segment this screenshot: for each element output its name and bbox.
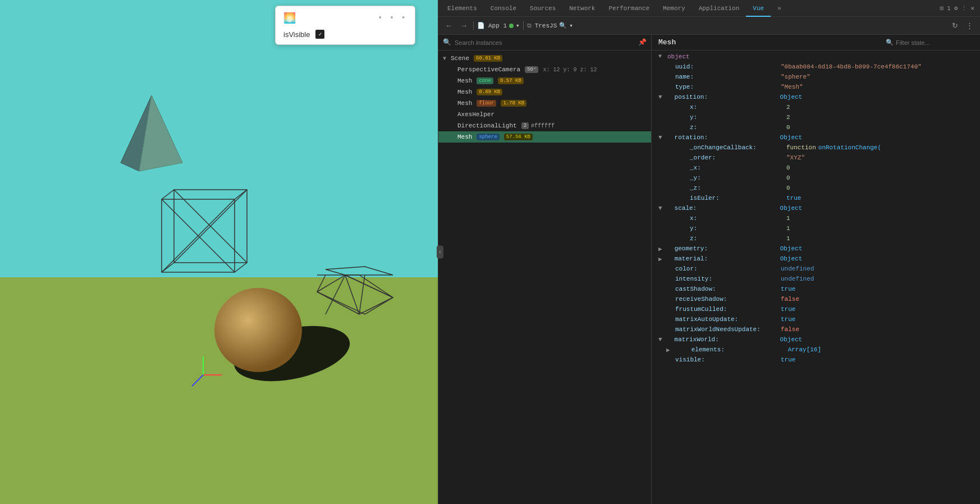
tree-item-light[interactable]: DirectionalLight 2 #ffffff xyxy=(438,120,651,131)
tab-vue[interactable]: Vue xyxy=(746,0,771,17)
tab-memory[interactable]: Memory xyxy=(656,0,692,17)
filter-bar: 🔍 xyxy=(886,39,973,46)
prop-key-iseuler: isEuler: xyxy=(672,195,784,201)
tree-item-mesh-floor[interactable]: Mesh floor 1.78 KB xyxy=(438,98,651,109)
object-collapse[interactable]: ▼ xyxy=(658,53,664,59)
prop-key-color: color: xyxy=(666,265,778,272)
prop-val-scale-x: 1 xyxy=(786,215,790,222)
prop-visible: visible: true xyxy=(652,356,980,366)
tab-console[interactable]: Console xyxy=(484,0,523,17)
tree-badge-floor: floor xyxy=(477,100,496,107)
devtools-toolbar: ← → 📄 App 1 ▾ ⧉ TresJS 🔍 ▾ ↻ ⋮ xyxy=(438,17,980,35)
prop-val-rotation: Object xyxy=(780,134,803,141)
tree-item-mesh-2[interactable]: Mesh 0.89 KB xyxy=(438,86,651,98)
tree-label-sphere: Mesh xyxy=(457,134,472,140)
tab-icon-1[interactable]: ⊡ xyxy=(940,4,944,12)
prop-matrixautoupdate: matrixAutoUpdate: true xyxy=(652,315,980,326)
prop-val-iseuler: true xyxy=(786,195,801,201)
prop-key-rot-callback: _onChangeCallback: xyxy=(672,144,784,151)
position-collapse[interactable]: ▼ xyxy=(658,94,662,100)
tab-close[interactable]: ✕ xyxy=(970,4,974,12)
prop-intensity: intensity: undefined xyxy=(652,275,980,285)
tab-elements[interactable]: Elements xyxy=(441,0,484,17)
scale-collapse[interactable]: ▼ xyxy=(658,205,662,212)
tree-label-cone: Mesh xyxy=(457,77,472,84)
svg-line-16 xyxy=(359,297,393,314)
prop-rot-x: _x: 0 xyxy=(652,164,980,174)
prop-val-position: Object xyxy=(780,94,803,100)
tree-item-mesh-sphere[interactable]: Mesh sphere 57.56 KB xyxy=(438,131,651,143)
prop-val-rot-y: 0 xyxy=(786,175,790,181)
tab-icon-4[interactable]: ⋮ xyxy=(961,4,967,12)
prop-val-elements: Array[16] xyxy=(788,346,821,353)
toolbar-sep-1 xyxy=(473,21,474,30)
prop-frustumculled: frustumCulled: true xyxy=(652,305,980,315)
app-dropdown[interactable]: ▾ xyxy=(516,22,520,29)
prop-key-scale-z: z: xyxy=(672,235,784,242)
elements-collapse[interactable]: ▶ xyxy=(666,346,670,354)
tree-badge-cone: cone xyxy=(477,77,493,84)
panel-toggle[interactable]: ‹ xyxy=(437,246,443,259)
tree-label-floor: Mesh xyxy=(457,100,472,107)
more-options-button[interactable]: ⋮ xyxy=(964,20,976,31)
prop-val-material: Object xyxy=(780,255,803,262)
app-dot xyxy=(509,24,514,28)
prop-val-type: "Mesh" xyxy=(781,84,803,90)
prop-pos-z: z: 0 xyxy=(652,123,980,134)
tree-item-scene[interactable]: ▼ Scene 60.81 KB xyxy=(438,53,651,64)
tab-network[interactable]: Network xyxy=(562,0,602,17)
prop-key-geometry: geometry: xyxy=(666,245,778,252)
tree-item-mesh-cone[interactable]: Mesh cone 0.57 KB xyxy=(438,75,651,86)
tree-label-light: DirectionalLight xyxy=(457,122,517,129)
tree-badge-light-num: 2 xyxy=(521,122,529,129)
tab-icons: ⊡ 1 ⚙ ⋮ ✕ xyxy=(940,4,978,12)
rotation-collapse[interactable]: ▼ xyxy=(658,134,662,141)
component-icon: ⧉ xyxy=(527,22,532,29)
tab-icon-2[interactable]: 1 xyxy=(947,5,951,12)
tab-application[interactable]: Application xyxy=(692,0,747,17)
prop-key-rot-z: _z: xyxy=(672,185,784,191)
prop-val-name: "sphere" xyxy=(781,74,810,80)
prop-val-geometry: Object xyxy=(780,245,803,252)
pin-icon: 📌 xyxy=(638,38,647,47)
geometry-collapse[interactable]: ▶ xyxy=(658,245,662,253)
prop-key-matrixworldneedsupdate: matrixWorldNeedsUpdate: xyxy=(666,326,778,333)
svg-line-7 xyxy=(235,263,247,272)
search-bar: 🔍 📌 xyxy=(438,35,651,51)
back-button[interactable]: ← xyxy=(443,20,455,31)
prop-val-frustumculled: true xyxy=(781,306,795,313)
devtools-main: 🔍 📌 ▼ Scene 60.81 KB PerspectiveCamera 5… xyxy=(438,35,980,504)
tab-performance[interactable]: Performance xyxy=(602,0,656,17)
tree-item-camera[interactable]: PerspectiveCamera 50° x: 12 y: 9 z: 12 xyxy=(438,64,651,75)
prop-scale-header: ▼ scale: Object xyxy=(652,204,980,214)
prop-val-scale: Object xyxy=(780,205,803,212)
prop-val-receiveshadow: false xyxy=(781,296,799,303)
prop-val-pos-y: 2 xyxy=(786,114,790,121)
props-content: ▼ object uuid: "0baab084-6d18-4bd8-b099-… xyxy=(652,51,980,504)
filter-input[interactable] xyxy=(896,39,973,46)
tree-label-scene: Scene xyxy=(451,55,469,62)
svg-marker-2 xyxy=(139,95,182,171)
prop-matrixworld-header: ▼ matrixWorld: Object xyxy=(652,336,980,346)
matrixworld-collapse[interactable]: ▼ xyxy=(658,336,662,343)
search-input[interactable] xyxy=(455,39,635,46)
prop-key-material: material: xyxy=(666,255,778,262)
reload-button[interactable]: ↻ xyxy=(950,20,960,31)
tree-label-mesh2: Mesh xyxy=(457,89,472,95)
tab-icon-3[interactable]: ⚙ xyxy=(954,4,958,12)
forward-button[interactable]: → xyxy=(458,20,470,31)
prop-val-rot-callback-link[interactable]: onRotationChange( xyxy=(818,144,881,151)
material-collapse[interactable]: ▶ xyxy=(658,255,662,263)
tree-item-axes[interactable]: AxesHelper xyxy=(438,109,651,120)
svg-point-23 xyxy=(214,288,302,372)
prop-position-header: ▼ position: Object xyxy=(652,93,980,103)
prop-val-uuid: "0baab084-6d18-4bd8-b099-7ce4f86c1740" xyxy=(781,63,922,70)
prop-val-pos-z: 0 xyxy=(786,124,790,131)
tab-more[interactable]: » xyxy=(771,0,788,17)
prop-key-rot-x: _x: xyxy=(672,164,784,171)
tres-dropdown[interactable]: ▾ xyxy=(569,22,573,29)
tab-sources[interactable]: Sources xyxy=(523,0,562,17)
devtools-panel: Elements Console Sources Network Perform… xyxy=(438,0,980,504)
app-badge: App 1 ▾ xyxy=(488,22,520,29)
prop-rot-order: _order: "XYZ" xyxy=(652,154,980,164)
